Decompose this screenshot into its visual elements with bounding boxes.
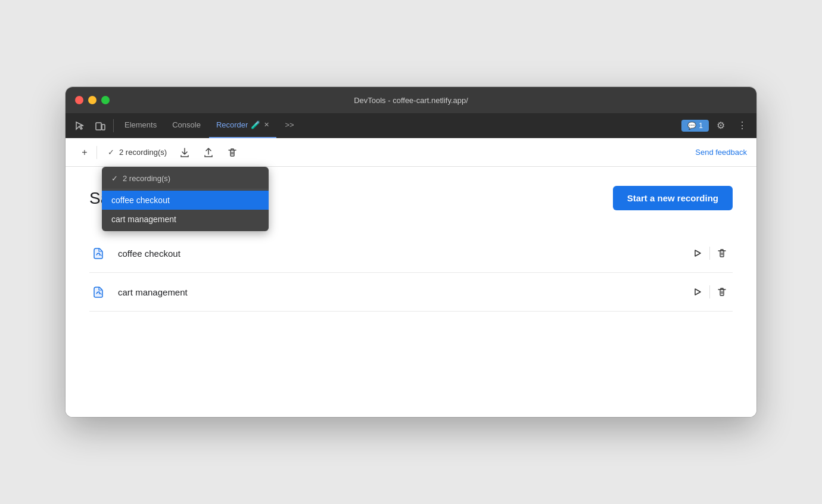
- tab-elements[interactable]: Elements: [117, 113, 164, 138]
- recording-actions-1: [687, 242, 733, 264]
- dropdown-divider: [102, 189, 269, 189]
- settings-gear-icon[interactable]: ⚙: [711, 116, 730, 135]
- devtools-window: DevTools - coffee-cart.netlify.app/ Elem…: [66, 87, 756, 417]
- delete-button[interactable]: [223, 143, 242, 162]
- recording-list: coffee checkout: [89, 234, 733, 312]
- export-button[interactable]: [175, 143, 194, 162]
- maximize-button[interactable]: [101, 96, 110, 104]
- play-button-2[interactable]: [687, 281, 708, 303]
- send-feedback-link[interactable]: Send feedback: [695, 148, 747, 157]
- close-button[interactable]: [75, 96, 83, 104]
- feedback-icon: 💬: [687, 122, 696, 130]
- toolbar: + ✓ 2 recording(s) ✓ 2 recording(s) coff…: [66, 138, 756, 167]
- tab-divider: [113, 119, 114, 132]
- dropdown-item-coffee-checkout[interactable]: coffee checkout: [102, 191, 269, 210]
- tab-console[interactable]: Console: [165, 113, 208, 138]
- recording-name-1: coffee checkout: [118, 248, 677, 259]
- devtools-tab-bar: Elements Console Recorder 🧪 ✕ >> 💬 1 ⚙ ⋮: [66, 113, 756, 138]
- title-bar: DevTools - coffee-cart.netlify.app/: [66, 87, 756, 113]
- dropdown-item-cart-management[interactable]: cart management: [102, 210, 269, 229]
- svg-rect-1: [102, 125, 105, 130]
- recordings-count-label: 2 recording(s): [119, 148, 167, 157]
- action-divider-2: [709, 285, 710, 298]
- recorder-flask-icon: 🧪: [251, 120, 260, 129]
- tab-recorder[interactable]: Recorder 🧪 ✕: [209, 113, 276, 138]
- add-recording-button[interactable]: +: [75, 143, 94, 162]
- start-new-recording-button[interactable]: Start a new recording: [613, 186, 733, 210]
- feedback-count: 1: [699, 122, 703, 130]
- traffic-lights: [75, 96, 110, 104]
- recording-item: cart management: [89, 273, 733, 312]
- recordings-dropdown-menu: ✓ 2 recording(s) coffee checkout cart ma…: [102, 167, 269, 231]
- action-divider-1: [709, 247, 710, 260]
- checkmark-icon: ✓: [108, 148, 114, 157]
- recording-icon-2: [89, 282, 108, 301]
- import-button[interactable]: [199, 143, 218, 162]
- toolbar-divider-1: [96, 146, 97, 159]
- svg-rect-0: [96, 123, 101, 130]
- recording-actions-2: [687, 281, 733, 303]
- delete-button-1[interactable]: [711, 242, 733, 264]
- more-options-icon[interactable]: ⋮: [733, 116, 752, 135]
- window-title: DevTools - coffee-cart.netlify.app/: [354, 96, 468, 105]
- toolbar-action-buttons: [175, 143, 242, 162]
- minimize-button[interactable]: [88, 96, 96, 104]
- delete-button-2[interactable]: [711, 281, 733, 303]
- inspect-element-icon[interactable]: [70, 116, 89, 135]
- tab-close-icon[interactable]: ✕: [264, 121, 269, 129]
- dropdown-check-icon: ✓: [111, 174, 118, 183]
- recording-item: coffee checkout: [89, 234, 733, 273]
- recordings-dropdown-button[interactable]: ✓ 2 recording(s): [102, 145, 173, 159]
- device-toggle-icon[interactable]: [91, 116, 110, 135]
- dropdown-header: ✓ 2 recording(s): [102, 169, 269, 188]
- feedback-badge[interactable]: 💬 1: [681, 120, 709, 132]
- recording-name-2: cart management: [118, 287, 677, 297]
- devtools-right-actions: 💬 1 ⚙ ⋮: [681, 116, 752, 135]
- recordings-dropdown-area: ✓ 2 recording(s) ✓ 2 recording(s) coffee…: [102, 145, 173, 159]
- play-button-1[interactable]: [687, 242, 708, 264]
- tab-more[interactable]: >>: [278, 113, 301, 138]
- recording-icon-1: [89, 244, 108, 263]
